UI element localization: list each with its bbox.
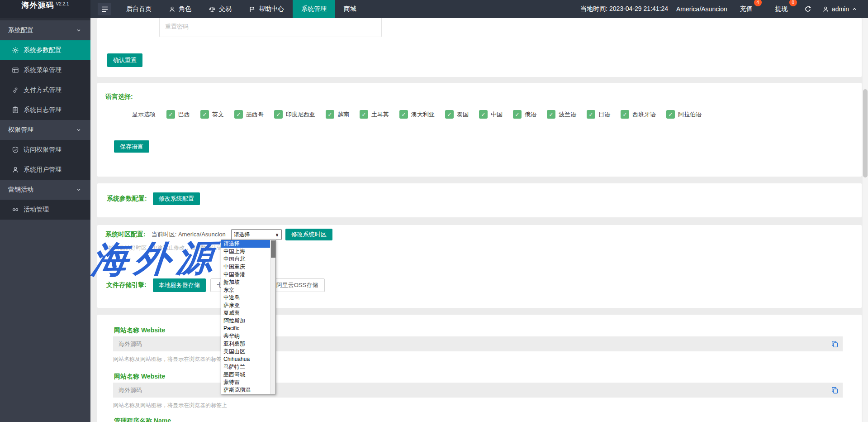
language-checkbox-vietnam[interactable]: 越南 [326,110,349,119]
clipboard-icon [12,106,19,114]
sidebar-group-permissions[interactable]: 权限管理 [0,120,90,140]
dropdown-option[interactable]: 蒂华纳 [221,332,270,340]
recharge-button[interactable]: 充值 4 [730,5,763,13]
checkbox-checked-icon [513,110,522,119]
dropdown-option[interactable]: 阿拉斯加 [221,317,270,325]
sidebar-item-log-mgmt[interactable]: 系统日志管理 [0,100,90,120]
modify-sysconfig-button[interactable]: 修改系统配置 [153,192,200,205]
language-checkbox-china[interactable]: 中国 [479,110,503,119]
dropdown-option[interactable]: 中途岛 [221,294,270,302]
save-language-button[interactable]: 保存语言 [114,140,149,153]
navbar-timezone: America/Asuncion [676,5,727,13]
copy-icon[interactable] [831,340,839,348]
sidebar-item-system-params[interactable]: 系统参数配置 [0,40,90,60]
language-options: 巴西 英文 墨西哥 印度尼西亚 越南 土耳其 澳大利亚 泰国 中国 俄语 波兰语… [166,110,702,119]
dropdown-option[interactable]: 中国台北 [221,255,270,263]
language-options-row: 显示选项 巴西 英文 墨西哥 印度尼西亚 越南 土耳其 澳大利亚 泰国 中国 俄… [132,110,702,119]
username: admin [832,5,849,13]
language-checkbox-australia[interactable]: 澳大利亚 [399,110,435,119]
dropdown-option[interactable]: 亚利桑那 [221,340,270,348]
language-checkbox-mexico[interactable]: 墨西哥 [234,110,264,119]
dropdown-option[interactable]: 中国重庆 [221,263,270,271]
chevron-down-icon [76,28,81,33]
main-menu: 后台首页 角色 交易 帮助中心 系统管理 商城 [118,0,365,18]
gear-icon [12,47,19,54]
dropdown-scrollbar-thumb[interactable] [271,240,275,258]
language-checkbox-indonesia[interactable]: 印度尼西亚 [274,110,315,119]
checkbox-checked-icon [587,110,595,119]
page-scrollbar[interactable] [863,18,868,422]
timezone-hint: 开始前确认好时区，中途禁止修改，否则数据出错 [103,244,223,252]
nav-item-system[interactable]: 系统管理 [293,0,335,18]
top-navbar: 海外源码 V2.2.1 后台首页 角色 交易 帮助中心 系统管理 商城 当地时间… [0,0,868,18]
dropdown-option[interactable]: 马萨特兰 [221,363,270,371]
local-storage-button[interactable]: 本地服务器存储 [153,278,206,292]
dropdown-option[interactable]: 东京 [221,286,270,294]
dropdown-option[interactable]: 夏威夷 [221,309,270,317]
dropdown-option[interactable]: 萨摩亚 [221,302,270,309]
dropdown-scrollbar[interactable] [270,240,275,394]
language-checkbox-brazil[interactable]: 巴西 [166,110,190,119]
dropdown-option[interactable]: 蒙特雷 [221,379,270,386]
timezone-dropdown: 请选择 中国上海 中国台北 中国重庆 中国香港 新加坡 东京 中途岛 萨摩亚 夏… [221,240,276,394]
scales-icon [209,6,216,13]
window-icon [12,67,19,74]
nav-item-dashboard[interactable]: 后台首页 [118,0,160,18]
link-icon [12,86,19,94]
checkbox-checked-icon [326,110,334,119]
dropdown-option[interactable]: 新加坡 [221,278,270,286]
withdraw-button[interactable]: 提现 0 [765,5,798,13]
sidebar-item-activity-mgmt[interactable]: 活动管理 [0,200,90,220]
app-logo: 海外源码 V2.2.1 [0,0,90,18]
checkbox-checked-icon [621,110,629,119]
page-scrollbar-thumb[interactable] [863,89,868,177]
nav-item-trade[interactable]: 交易 [200,0,240,18]
reset-password-input[interactable] [159,18,382,37]
storage-engine-label: 文件存储引擎: [106,281,147,289]
sidebar-item-access-mgmt[interactable]: 访问权限管理 [0,140,90,160]
sidebar-group-system-config[interactable]: 系统配置 [0,20,90,40]
user-menu[interactable]: admin [818,5,862,13]
infinity-icon [12,206,19,213]
recharge-badge: 4 [754,0,762,6]
sidebar-item-menu-mgmt[interactable]: 系统菜单管理 [0,60,90,80]
language-checkbox-thailand[interactable]: 泰国 [445,110,469,119]
nav-item-mall[interactable]: 商城 [335,0,365,18]
sidebar-group-marketing[interactable]: 营销活动 [0,180,90,200]
modify-timezone-button[interactable]: 修改系统时区 [285,229,332,240]
dropdown-option[interactable]: 萨斯克彻温 [221,386,270,394]
language-checkbox-arabic[interactable]: 阿拉伯语 [666,110,702,119]
language-section-title: 语言选择: [105,93,133,101]
language-checkbox-turkey[interactable]: 土耳其 [360,110,389,119]
language-card: 语言选择: 显示选项 巴西 英文 墨西哥 印度尼西亚 越南 土耳其 澳大利亚 泰… [97,83,862,177]
sidebar-item-payment-mgmt[interactable]: 支付方式管理 [0,80,90,100]
dropdown-option[interactable]: 请选择 [221,240,270,248]
language-checkbox-polish[interactable]: 波兰语 [547,110,576,119]
current-timezone-text: 当前时区: America/Asuncion [152,230,226,239]
dropdown-option[interactable]: 美国山区 [221,348,270,355]
chevron-down-icon [76,127,81,133]
language-checkbox-russian[interactable]: 俄语 [513,110,536,119]
dropdown-option[interactable]: Chihuahua [221,355,270,363]
sidebar-item-user-mgmt[interactable]: 系统用户管理 [0,160,90,180]
chevron-up-icon [852,6,857,12]
dropdown-option[interactable]: 中国上海 [221,248,270,255]
nav-item-help[interactable]: 帮助中心 [240,0,293,18]
timezone-select[interactable]: 请选择 [231,229,282,240]
language-checkbox-spanish[interactable]: 西班牙语 [621,110,656,119]
timezone-label: 系统时区配置: [105,230,146,239]
alioss-storage-button[interactable]: 阿里云OSS存储 [270,278,325,292]
checkbox-checked-icon [547,110,555,119]
confirm-reset-button[interactable]: 确认重置 [107,53,142,67]
refresh-button[interactable] [798,5,818,13]
dropdown-option[interactable]: Pacific [221,325,270,332]
dropdown-option[interactable]: 墨西哥城 [221,371,270,379]
dropdown-option[interactable]: 中国香港 [221,271,270,278]
language-checkbox-english[interactable]: 英文 [200,110,224,119]
copy-icon[interactable] [831,386,839,394]
language-checkbox-japanese[interactable]: 日语 [587,110,610,119]
nav-item-roles[interactable]: 角色 [160,0,200,18]
checkbox-checked-icon [166,110,175,119]
sidebar-toggle-button[interactable] [98,3,111,15]
website-name-label: 网站名称 Website [114,373,165,381]
